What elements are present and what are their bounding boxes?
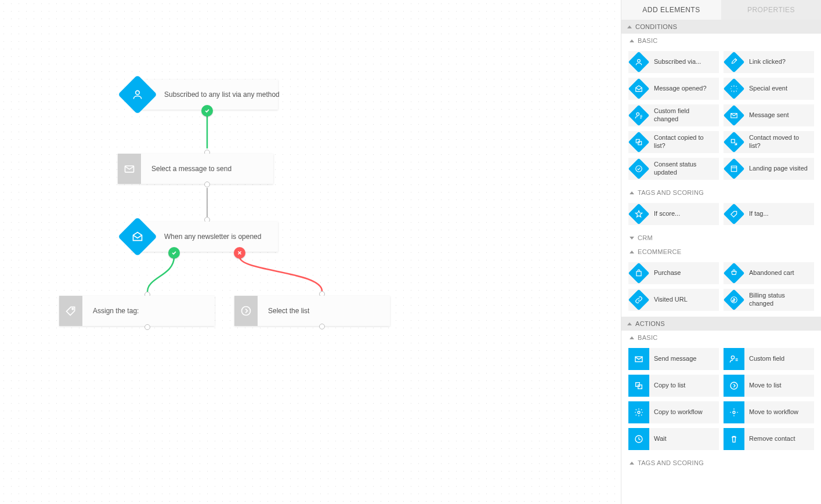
element-if-tag[interactable]: If tag... xyxy=(724,203,814,225)
sub-crm[interactable]: CRM xyxy=(621,231,821,245)
collapse-icon xyxy=(630,462,634,465)
collapse-icon xyxy=(630,39,634,42)
mail-icon xyxy=(118,154,141,184)
tab-add-elements[interactable]: ADD ELEMENTS xyxy=(621,0,721,20)
element-move-to-list[interactable]: Move to list xyxy=(724,375,814,397)
svg-rect-17 xyxy=(636,271,641,276)
check-icon xyxy=(168,247,180,259)
element-landing-page[interactable]: Landing page visited xyxy=(724,158,814,180)
svg-point-24 xyxy=(638,411,640,414)
node-select-message[interactable]: Select a message to send xyxy=(118,154,273,184)
node-label: Select a message to send xyxy=(141,165,242,173)
node-label: When any newsletter is opened xyxy=(154,233,272,241)
mail-open-icon xyxy=(121,222,154,252)
node-assign-tag[interactable]: Assign the tag: xyxy=(59,296,215,326)
collapse-icon xyxy=(627,322,632,325)
port[interactable] xyxy=(319,324,325,329)
svg-point-6 xyxy=(638,59,641,62)
sub-tags-scoring[interactable]: TAGS AND SCORING xyxy=(621,186,821,200)
element-subscribed-via[interactable]: Subscribed via... xyxy=(628,51,719,73)
collapse-icon xyxy=(627,26,632,28)
tab-properties[interactable]: PROPERTIES xyxy=(721,0,821,20)
svg-point-8 xyxy=(636,113,639,115)
element-message-sent[interactable]: Message sent xyxy=(724,104,814,126)
node-select-list[interactable]: Select the list xyxy=(234,296,390,326)
svg-rect-14 xyxy=(731,166,736,171)
arrow-right-circle-icon xyxy=(234,296,258,326)
element-billing-status[interactable]: Billing status changed xyxy=(724,289,814,311)
sub-basic-actions[interactable]: BASIC xyxy=(621,331,821,345)
element-abandoned-cart[interactable]: Abandoned cart xyxy=(724,262,814,284)
svg-point-7 xyxy=(736,60,736,60)
node-label: Select the list xyxy=(258,307,320,315)
section-conditions[interactable]: CONDITIONS xyxy=(621,20,821,34)
element-if-score[interactable]: If score... xyxy=(628,203,719,225)
element-move-to-workflow[interactable]: Move to workflow xyxy=(724,401,814,423)
check-icon xyxy=(201,105,213,117)
svg-point-13 xyxy=(636,166,642,172)
element-copied-to-list[interactable]: Contact copied to list? xyxy=(628,131,719,153)
element-moved-to-list[interactable]: Contact moved to list? xyxy=(724,131,814,153)
collapse-icon xyxy=(630,191,634,194)
element-consent-updated[interactable]: Consent status updated xyxy=(628,158,719,180)
expand-icon xyxy=(630,237,634,240)
svg-point-5 xyxy=(242,307,251,316)
x-icon xyxy=(234,247,245,259)
collapse-icon xyxy=(630,251,634,253)
section-actions[interactable]: ACTIONS xyxy=(621,317,821,331)
port[interactable] xyxy=(144,324,150,330)
svg-point-20 xyxy=(731,356,734,359)
svg-point-23 xyxy=(730,382,737,389)
svg-point-4 xyxy=(72,308,74,310)
element-wait[interactable]: Wait xyxy=(628,428,719,450)
element-custom-field[interactable]: Custom field xyxy=(724,348,814,370)
sidebar: ADD ELEMENTS PROPERTIES CONDITIONS BASIC… xyxy=(621,0,821,504)
node-newsletter-opened[interactable]: When any newsletter is opened xyxy=(132,222,278,252)
sub-basic[interactable]: BASIC xyxy=(621,34,821,48)
person-icon xyxy=(121,79,154,110)
element-send-message[interactable]: Send message xyxy=(628,348,719,370)
svg-point-25 xyxy=(733,411,735,414)
sub-tags-scoring-actions[interactable]: TAGS AND SCORING xyxy=(621,456,821,470)
element-special-event[interactable]: Special event xyxy=(724,78,814,100)
element-copy-to-list[interactable]: Copy to list xyxy=(628,375,719,397)
element-remove-contact[interactable]: Remove contact xyxy=(724,428,814,450)
element-message-opened[interactable]: Message opened? xyxy=(628,78,719,100)
svg-marker-16 xyxy=(635,211,642,217)
svg-point-0 xyxy=(136,90,140,95)
port[interactable] xyxy=(204,182,210,187)
element-visited-url[interactable]: Visited URL xyxy=(628,289,719,311)
node-label: Assign the tag: xyxy=(82,307,149,315)
tag-icon xyxy=(59,296,82,326)
node-label: Subscribed to any list via any method xyxy=(154,90,290,99)
collapse-icon xyxy=(630,336,634,339)
element-copy-to-workflow[interactable]: Copy to workflow xyxy=(628,401,719,423)
element-custom-field-changed[interactable]: Custom field changed xyxy=(628,104,719,126)
element-purchase[interactable]: Purchase xyxy=(628,262,719,284)
workflow-canvas[interactable]: Subscribed to any list via any method Se… xyxy=(0,0,621,504)
sub-ecommerce[interactable]: ECOMMERCE xyxy=(621,245,821,259)
svg-rect-12 xyxy=(731,139,735,143)
element-link-clicked[interactable]: Link clicked? xyxy=(724,51,814,73)
